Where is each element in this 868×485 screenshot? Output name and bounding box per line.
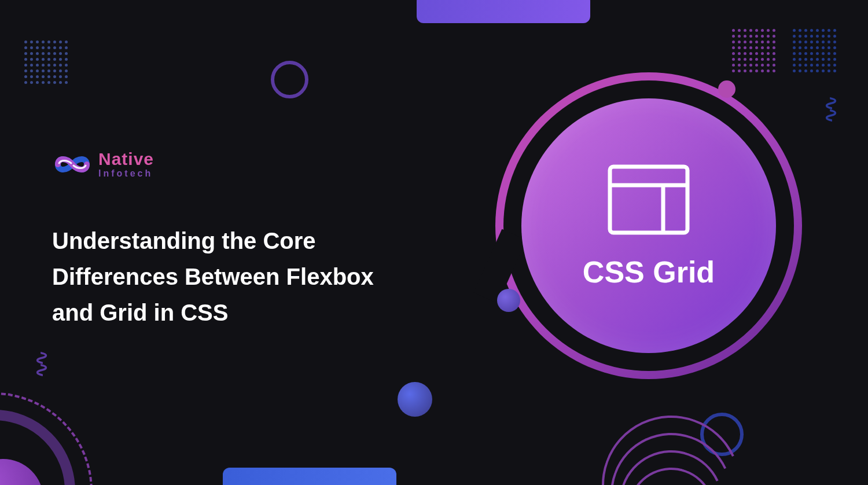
svg-rect-0 xyxy=(610,167,687,233)
dot-grid-right-blue xyxy=(793,29,836,72)
brand-logo: Native Infotech xyxy=(52,150,154,178)
decor-bottom-left-corner xyxy=(0,398,87,485)
feature-circle: CSS Grid xyxy=(521,98,776,353)
decor-squiggle-right: ∿∿ xyxy=(827,95,836,120)
decor-circle-fill-center xyxy=(398,382,432,417)
logo-title: Native xyxy=(98,150,154,168)
grid-layout-icon xyxy=(605,162,692,237)
dot-grid-left xyxy=(24,41,68,84)
page-heading: Understanding the Core Differences Betwe… xyxy=(52,223,417,330)
dot-grid-right-purple xyxy=(732,29,775,72)
decor-circle-outline-top xyxy=(271,61,308,98)
feature-ring: CSS Grid xyxy=(495,72,802,379)
bottom-accent-bar xyxy=(223,468,396,485)
ring-dot-bottom xyxy=(497,289,520,312)
logo-subtitle: Infotech xyxy=(98,169,154,178)
feature-label: CSS Grid xyxy=(583,255,715,289)
ring-dot-top xyxy=(718,80,735,98)
decor-squiggle-left: ∿∿ xyxy=(38,350,47,374)
infinity-icon xyxy=(52,152,93,178)
top-accent-bar xyxy=(417,0,590,23)
